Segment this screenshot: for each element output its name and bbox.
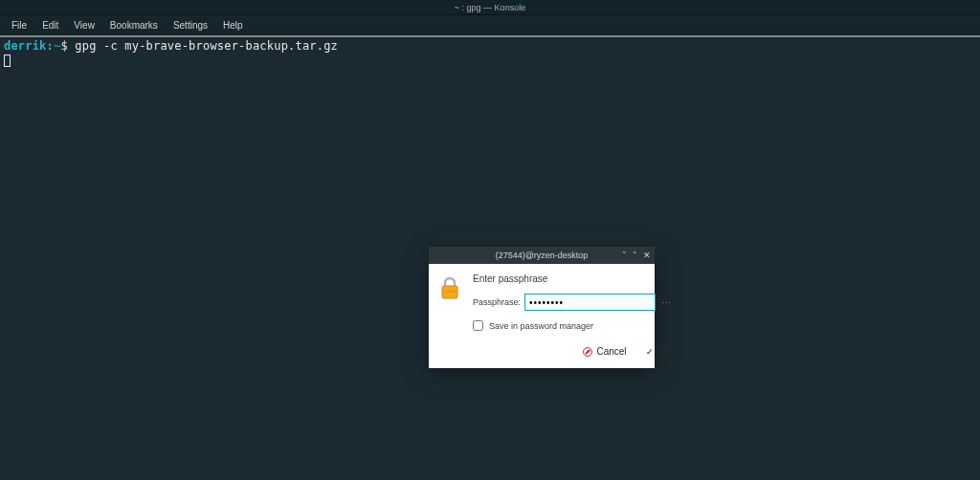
passphrase-dialog: (27544)@ryzen-desktop ˅ ˄ ✕ Enter passph…: [429, 247, 655, 368]
cancel-button[interactable]: Cancel: [581, 344, 628, 359]
ok-label: OK: [657, 346, 671, 357]
lock-icon: [438, 273, 463, 302]
cancel-icon: [583, 347, 592, 357]
prompt-user: derrik: [4, 39, 47, 53]
ok-button[interactable]: ✓ OK: [644, 344, 673, 359]
prompt-sep2: $: [60, 39, 67, 53]
maximize-icon[interactable]: ˄: [633, 251, 637, 260]
menu-view[interactable]: View: [66, 17, 102, 33]
save-password-checkbox[interactable]: [473, 320, 483, 331]
save-password-label: Save in password manager: [489, 321, 593, 331]
cancel-label: Cancel: [596, 346, 626, 357]
toolbar-divider: [0, 35, 980, 37]
window-controls: ˅ ˄ ✕: [622, 247, 651, 264]
window-title: ~ : gpg — Konsole: [0, 0, 980, 15]
dialog-title: (27544)@ryzen-desktop: [496, 251, 589, 260]
menubar: File Edit View Bookmarks Settings Help: [0, 15, 980, 35]
command-text: gpg -c my-brave-browser-backup.tar.gz: [75, 39, 338, 53]
menu-settings[interactable]: Settings: [166, 17, 215, 33]
visibility-toggle-icon[interactable]: ⋯: [659, 297, 673, 308]
passphrase-input[interactable]: [524, 294, 656, 311]
menu-file[interactable]: File: [4, 17, 34, 33]
passphrase-label: Passphrase:: [473, 297, 521, 307]
dialog-body: Enter passphrase Passphrase: ⋯ Save in p…: [429, 264, 655, 368]
menu-help[interactable]: Help: [215, 17, 251, 33]
terminal-cursor: [4, 55, 11, 67]
svg-rect-1: [442, 291, 457, 293]
window-title-text: ~ : gpg — Konsole: [455, 3, 525, 12]
close-icon[interactable]: ✕: [643, 251, 651, 260]
menu-edit[interactable]: Edit: [34, 17, 66, 33]
dialog-instruction: Enter passphrase: [473, 273, 673, 284]
minimize-icon[interactable]: ˅: [622, 251, 627, 260]
dialog-titlebar[interactable]: (27544)@ryzen-desktop ˅ ˄ ✕: [429, 247, 655, 264]
check-icon: ✓: [646, 347, 654, 357]
prompt-sep1: :: [47, 39, 54, 53]
terminal-output[interactable]: derrik:~$ gpg -c my-brave-browser-backup…: [0, 37, 980, 70]
menu-bookmarks[interactable]: Bookmarks: [102, 17, 166, 33]
